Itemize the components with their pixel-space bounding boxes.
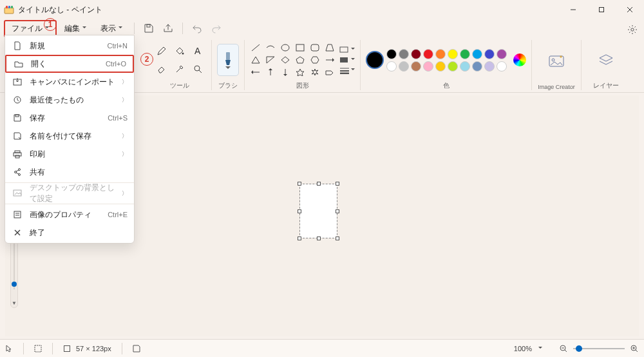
shape-outline-dropdown[interactable] [339,46,355,53]
color-swatch[interactable] [484,61,495,72]
file-menu-item[interactable]: 終了 [5,224,134,242]
svg-rect-3 [11,6,13,8]
view-menu-button[interactable]: 表示 [94,21,129,36]
file-menu-item[interactable]: 画像のプロパティCtrl+E [5,206,134,224]
close-icon [12,228,23,237]
color-swatch[interactable] [472,61,482,72]
magnify-tool[interactable] [189,61,206,77]
svg-rect-59 [35,345,41,352]
file-menu-item[interactable]: 保存Ctrl+S [5,109,134,127]
color-swatch[interactable] [472,49,482,59]
color-swatch[interactable] [460,61,470,72]
color-swatch[interactable] [460,49,470,59]
resize-handle[interactable] [336,236,339,240]
svg-marker-23 [296,57,304,63]
layers-button[interactable] [587,53,625,67]
close-button[interactable] [616,0,644,19]
resize-handle[interactable] [298,209,301,213]
resize-handle[interactable] [336,182,339,186]
svg-rect-0 [5,8,14,14]
folder-open-icon [13,59,24,68]
print-icon [12,150,23,159]
shapes-gallery[interactable] [250,43,336,77]
zoom-value: 100% [514,345,532,352]
wallpaper-icon [12,189,23,198]
svg-line-15 [252,44,260,51]
submenu-arrow-icon: 〉 [122,78,128,86]
undo-button[interactable] [188,20,206,37]
file-menu-item[interactable]: 共有 [5,163,134,181]
edit-colors-button[interactable] [513,53,526,66]
props-icon [12,210,23,219]
ribbon-group-tools: A ツール [148,40,212,90]
status-bar: 57 × 123px 100% [0,339,644,357]
brush-dropdown[interactable] [217,44,239,76]
svg-rect-36 [340,57,348,63]
share-icon-button[interactable] [159,20,177,37]
zoom-thumb[interactable] [576,345,582,352]
shape-fill-dropdown[interactable] [339,56,355,64]
svg-marker-30 [269,68,272,70]
color-swatch[interactable] [399,49,409,59]
file-menu-item[interactable]: 印刷〉 [5,145,134,163]
zoom-slider[interactable] [573,348,625,349]
canvas-size-value: 57 × 123px [76,345,111,352]
color-swatch[interactable] [448,61,458,72]
fill-tool[interactable] [171,43,188,59]
resize-handle[interactable] [298,236,301,240]
resize-handle[interactable] [336,209,339,213]
pencil-tool[interactable] [153,43,170,59]
svg-rect-54 [14,211,21,218]
color-swatch[interactable] [497,49,507,59]
zoom-out-button[interactable] [559,344,568,353]
resize-handle[interactable] [317,182,321,186]
zoom-in-button[interactable] [630,344,639,353]
settings-button[interactable] [625,22,640,37]
resize-handle[interactable] [298,182,301,186]
primary-color-swatch[interactable] [366,51,384,69]
color-swatch[interactable] [411,49,421,59]
save-icon-button[interactable] [140,20,158,37]
svg-point-16 [281,44,289,51]
picker-tool[interactable] [171,61,188,77]
resize-handle[interactable] [317,236,321,240]
shape-thickness-dropdown[interactable] [339,66,355,74]
text-tool[interactable]: A [189,43,206,59]
file-menu-item[interactable]: 新規Ctrl+N [5,37,134,55]
color-swatch[interactable] [423,49,433,59]
svg-rect-35 [340,47,348,52]
slider-thumb[interactable] [12,282,17,287]
color-swatch[interactable] [435,61,446,72]
image-creator-button[interactable] [537,54,576,68]
minimize-button[interactable] [559,0,587,19]
slider-down-icon: ▼ [12,298,17,307]
color-swatch[interactable] [386,61,397,72]
color-swatch[interactable] [411,61,421,72]
color-swatch[interactable] [399,61,409,72]
ribbon-group-label: Image Creator [538,84,575,90]
svg-rect-40 [549,56,564,66]
color-swatch[interactable] [386,49,397,59]
eraser-tool[interactable] [153,61,170,77]
file-menu-item[interactable]: 名前を付けて保存〉 [5,127,134,145]
file-menu-item[interactable]: キャンバスにインポート〉 [5,73,134,91]
file-menu-item[interactable]: 開くCtrl+O [5,55,134,73]
svg-rect-44 [15,115,19,117]
recent-icon [12,95,23,104]
menu-item-label: 開く [31,59,99,70]
file-menu-dropdown: 新規Ctrl+N開くCtrl+Oキャンバスにインポート〉最近使ったもの〉保存Ct… [5,35,135,244]
redo-button[interactable] [207,20,225,37]
menu-item-label: 画像のプロパティ [30,209,101,220]
canvas-selection[interactable] [300,184,337,238]
color-swatch[interactable] [423,61,433,72]
ribbon-group-label: 図形 [296,81,309,90]
color-swatch[interactable] [435,49,446,59]
save-status-icon [133,345,140,352]
svg-line-13 [199,70,202,73]
file-menu-item[interactable]: 最近使ったもの〉 [5,91,134,109]
color-swatch[interactable] [448,49,458,59]
edit-menu-button[interactable]: 編集 [58,21,93,36]
color-swatch[interactable] [484,49,495,59]
color-swatch[interactable] [497,61,507,72]
maximize-button[interactable] [587,0,616,19]
